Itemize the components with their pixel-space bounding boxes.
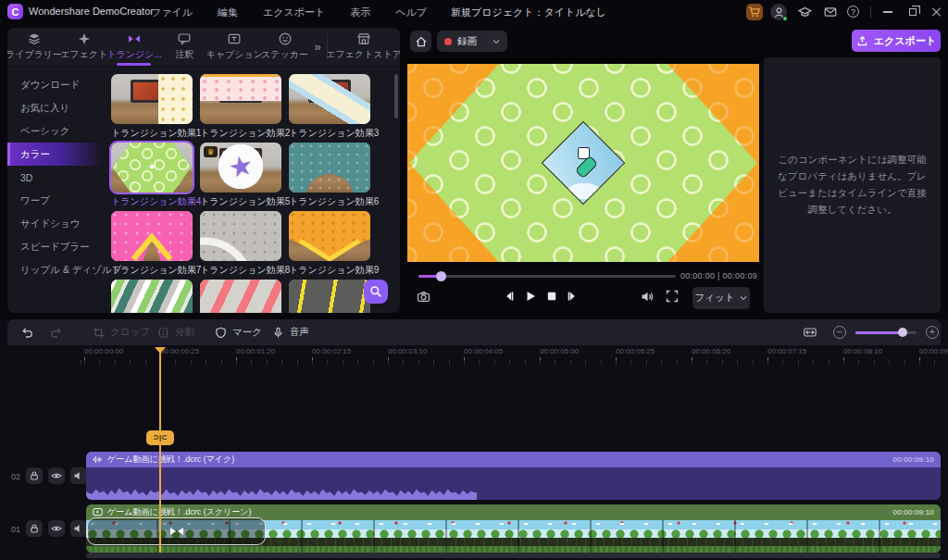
- tab-effects[interactable]: エフェクト: [60, 28, 107, 66]
- effect-item-5[interactable]: ★♛ トランジション効果5: [200, 143, 281, 211]
- previous-frame-button[interactable]: [503, 290, 516, 303]
- minimize-button[interactable]: [879, 4, 896, 20]
- redo-button[interactable]: [50, 319, 63, 345]
- effect-item-3[interactable]: トランジション効果3: [289, 74, 370, 143]
- effect-item-10-partial[interactable]: [111, 280, 193, 313]
- undo-button[interactable]: [20, 319, 33, 345]
- category-warp[interactable]: ワープ: [7, 189, 104, 212]
- effects-scrollbar[interactable]: [394, 74, 398, 118]
- zoom-slider-handle[interactable]: [898, 328, 907, 337]
- tab-label: ステッカー: [261, 48, 308, 61]
- category-favorites[interactable]: お気に入り: [7, 96, 104, 119]
- video-clip[interactable]: ゲーム動画に挑戦！.dcrc (スクリーン) 00:00:09:10: [86, 504, 941, 553]
- playhead-line[interactable]: [159, 347, 161, 553]
- category-3d[interactable]: 3D: [7, 166, 104, 189]
- account-icon[interactable]: [770, 4, 787, 20]
- category-basic[interactable]: ベーシック: [7, 119, 104, 143]
- menu-edit[interactable]: 編集: [218, 6, 238, 19]
- time-ruler[interactable]: 00:00:00:00 00:00:00:25 00:00:01:20 00:0…: [79, 347, 948, 367]
- tab-sticker[interactable]: ステッカー: [261, 28, 308, 66]
- seek-handle[interactable]: [436, 271, 446, 281]
- voice-button[interactable]: 音声: [272, 319, 309, 345]
- tab-effect-store[interactable]: エフェクトストア: [328, 28, 400, 66]
- track-mute-button[interactable]: [70, 520, 87, 537]
- crop-button[interactable]: クロップ: [93, 319, 150, 345]
- stop-button[interactable]: [545, 290, 558, 303]
- more-tabs-chevron[interactable]: »: [308, 28, 327, 66]
- zoom-fit-dropdown[interactable]: フィット: [692, 287, 750, 309]
- properties-message: このコンポーネントには調整可能なプロパティはありません。プレビューまたはタイムラ…: [775, 152, 930, 218]
- record-source-dropdown[interactable]: 録画: [437, 31, 507, 52]
- playhead-trim-badge[interactable]: ⊃|⊂: [146, 430, 174, 445]
- close-button[interactable]: [929, 4, 945, 20]
- effect-item-9[interactable]: トランジション効果9: [289, 211, 370, 280]
- zoom-out-button[interactable]: −: [833, 326, 846, 339]
- effect-item-12-partial[interactable]: [289, 280, 370, 313]
- clip-label: ゲーム動画に挑戦！.dcrc (マイク): [107, 454, 889, 466]
- category-downloads[interactable]: ダウンロード: [7, 73, 104, 96]
- eye-icon: [51, 470, 62, 481]
- timeline-zoom-slider[interactable]: [855, 331, 917, 334]
- effect-item-6[interactable]: トランジション効果6: [289, 143, 370, 211]
- applied-transition-region[interactable]: [87, 517, 266, 545]
- category-speed-blur[interactable]: スピードブラー: [7, 235, 104, 258]
- effect-item-2[interactable]: トランジション効果2: [200, 74, 281, 143]
- online-status-dot: [782, 16, 788, 21]
- video-clip-icon: [93, 507, 103, 517]
- audio-waveform: [86, 482, 477, 500]
- menu-view[interactable]: 表示: [350, 6, 370, 19]
- home-icon: [415, 35, 428, 48]
- category-ripple-dissolve[interactable]: リップル & ディゾルブ: [7, 258, 104, 281]
- chevron-down-icon: [740, 295, 747, 301]
- split-button[interactable]: 分割: [157, 319, 194, 345]
- effect-item-4-selected[interactable]: トランジション効果4: [111, 143, 193, 211]
- track-lock-button[interactable]: [26, 467, 43, 484]
- menu-help[interactable]: ヘルプ: [395, 6, 427, 19]
- seek-bar[interactable]: [418, 275, 676, 278]
- tab-library[interactable]: ライブラリー: [7, 28, 60, 66]
- track-visibility-button[interactable]: [48, 467, 65, 484]
- audio-clip[interactable]: ゲーム動画に挑戦！.dcrc (マイク) 00:00:09:10: [86, 452, 941, 500]
- ruler-label: 00:00:09:05: [919, 347, 948, 355]
- camera-icon: [417, 290, 430, 304]
- effect-item-11-partial[interactable]: [200, 280, 281, 313]
- help-icon[interactable]: ?: [847, 6, 859, 18]
- fit-width-icon: [804, 326, 817, 339]
- effect-item-1[interactable]: トランジション効果1: [111, 74, 193, 143]
- category-color[interactable]: カラー: [7, 143, 104, 166]
- fullscreen-button[interactable]: [666, 290, 679, 303]
- menu-export[interactable]: エクスポート: [263, 6, 325, 19]
- play-button[interactable]: [524, 290, 537, 303]
- previous-frame-icon: [503, 290, 516, 303]
- home-button[interactable]: [410, 31, 431, 52]
- export-button[interactable]: エクスポート: [852, 30, 941, 52]
- effect-item-8[interactable]: トランジション効果8: [200, 211, 281, 280]
- fit-timeline-button[interactable]: [804, 326, 817, 339]
- track-mute-button[interactable]: [70, 467, 87, 484]
- cart-icon[interactable]: [746, 4, 763, 20]
- snapshot-button[interactable]: [417, 290, 430, 304]
- feedback-mail-icon[interactable]: [822, 4, 839, 20]
- menubar: ファイル 編集 エクスポート 表示 ヘルプ: [151, 6, 427, 19]
- tab-transitions[interactable]: トランジシ...: [107, 28, 160, 66]
- crop-label: クロップ: [110, 326, 150, 339]
- tutorial-icon[interactable]: [796, 4, 813, 20]
- zoom-in-button[interactable]: +: [926, 326, 939, 339]
- mark-button[interactable]: マーク: [215, 319, 262, 345]
- category-slideshow[interactable]: サイドショウ: [7, 212, 104, 235]
- effect-label: トランジション効果7: [111, 264, 193, 277]
- next-frame-button[interactable]: [566, 290, 579, 303]
- tab-annotation[interactable]: 注釈: [160, 28, 207, 66]
- effect-label: トランジション効果2: [200, 127, 281, 140]
- effect-item-7[interactable]: トランジション効果7: [111, 211, 193, 280]
- tab-caption[interactable]: キャプション: [208, 28, 261, 66]
- menu-file[interactable]: ファイル: [151, 6, 193, 19]
- track-lock-button[interactable]: [26, 520, 43, 537]
- playhead-handle[interactable]: [155, 347, 166, 354]
- ruler-label: 00:00:01:20: [236, 347, 275, 355]
- track-visibility-button[interactable]: [48, 520, 65, 537]
- timeline-horizontal-scrollbar[interactable]: [86, 553, 941, 558]
- search-button[interactable]: [364, 280, 388, 304]
- volume-button[interactable]: [641, 290, 655, 304]
- restore-button[interactable]: [904, 4, 921, 20]
